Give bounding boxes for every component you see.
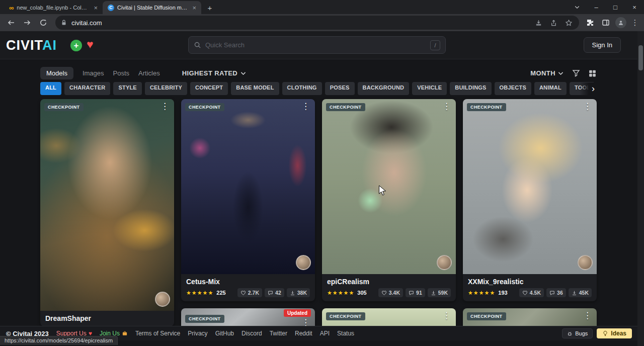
- status-url-bubble: https://civitai.com/models/25694/epicrea…: [0, 336, 118, 345]
- sort-label: HIGHEST RATED: [182, 69, 237, 77]
- category-chip-clothing[interactable]: CLOTHING: [282, 82, 322, 95]
- footer-link-terms[interactable]: Terms of Service: [135, 330, 180, 337]
- heart-icon: [240, 290, 246, 296]
- heart-icon: [522, 290, 528, 296]
- footer-link-github[interactable]: GitHub: [215, 330, 234, 337]
- category-chip-background[interactable]: BACKGROUND: [358, 82, 410, 95]
- rating-count: 225: [216, 290, 225, 296]
- browser-menu-icon[interactable]: ⋮: [630, 18, 640, 27]
- creator-avatar[interactable]: [578, 255, 593, 270]
- creator-avatar[interactable]: [155, 292, 170, 307]
- footer-link-twitter[interactable]: Twitter: [270, 330, 287, 337]
- scrollbar-thumb[interactable]: [638, 45, 643, 70]
- model-card-epicrealism[interactable]: CHECKPOINT ⋮ epiCRealism ★★★★★ 305 3.4K …: [322, 99, 456, 301]
- model-card-cetus-mix[interactable]: CHECKPOINT ⋮ Cetus-Mix ★★★★★ 225 2.7K 42…: [181, 99, 315, 301]
- model-card-dreamshaper[interactable]: CHECKPOINT ⋮ DreamShaper: [40, 99, 174, 326]
- maximize-button[interactable]: □: [606, 0, 625, 14]
- minimize-button[interactable]: –: [587, 0, 606, 14]
- card-menu-icon[interactable]: ⋮: [158, 100, 171, 113]
- category-chip-character[interactable]: CHARACTER: [64, 82, 110, 95]
- favorites-heart-icon[interactable]: ♥: [87, 38, 94, 51]
- card-stats: ★★★★★ 305 3.4K 91 59K: [327, 288, 451, 297]
- bugs-button[interactable]: Bugs: [562, 328, 593, 338]
- back-button[interactable]: [4, 16, 18, 30]
- install-app-icon[interactable]: [533, 17, 544, 28]
- model-cards-grid: CHECKPOINT ⋮ DreamShaper CHECKPOINT ⋮ Ce…: [40, 99, 597, 346]
- tab-colab[interactable]: ∞ new_colab_file.ipynb - Colaborat ×: [4, 1, 103, 14]
- civitai-logo[interactable]: CIVITAI: [6, 38, 57, 53]
- tab-civitai[interactable]: C Civitai | Stable Diffusion models, ×: [103, 1, 201, 14]
- footer-link-api[interactable]: API: [320, 330, 330, 337]
- category-chip-base-model[interactable]: BASE MODEL: [231, 82, 279, 95]
- browser-profile-avatar[interactable]: [615, 17, 626, 28]
- category-chip-poses[interactable]: POSES: [325, 82, 355, 95]
- card-stats: ★★★★★ 193 4.5K 36 45K: [468, 288, 592, 297]
- downloads-count: 45K: [579, 290, 589, 296]
- model-preview-image: CHECKPOINT ⋮: [322, 99, 456, 274]
- search-input[interactable]: [205, 41, 426, 49]
- side-panel-icon[interactable]: [600, 17, 612, 29]
- comment-icon: [549, 290, 555, 296]
- tab-articles[interactable]: Articles: [138, 69, 160, 77]
- footer-link-reddit[interactable]: Reddit: [295, 330, 312, 337]
- tab-models[interactable]: Models: [40, 67, 73, 79]
- tab-posts[interactable]: Posts: [113, 69, 130, 77]
- logo-text-ai: AI: [42, 38, 57, 53]
- colab-icon: ∞: [9, 5, 14, 11]
- model-card-xxmix[interactable]: CHECKPOINT ⋮ XXMix_9realistic ★★★★★ 193 …: [463, 99, 597, 301]
- sort-dropdown[interactable]: HIGHEST RATED: [182, 69, 247, 77]
- category-chip-vehicle[interactable]: VEHICLE: [412, 82, 447, 95]
- address-bar[interactable]: civitai.com: [55, 16, 579, 30]
- period-dropdown[interactable]: MONTH: [530, 69, 564, 77]
- filter-icon[interactable]: [572, 69, 580, 77]
- share-icon[interactable]: [548, 17, 559, 28]
- creator-avatar[interactable]: [437, 255, 452, 270]
- ideas-button[interactable]: Ideas: [597, 328, 632, 338]
- category-chip-animal[interactable]: ANIMAL: [534, 82, 567, 95]
- footer-right: Bugs Ideas: [562, 328, 632, 338]
- card-menu-icon[interactable]: ⋮: [299, 100, 312, 113]
- bugs-label: Bugs: [575, 330, 588, 336]
- sign-in-button[interactable]: Sign In: [584, 37, 621, 53]
- category-chip-objects[interactable]: OBJECTS: [495, 82, 531, 95]
- bookmark-star-icon[interactable]: [563, 17, 574, 28]
- layout-toggle-icon[interactable]: [588, 69, 597, 77]
- page-scrollbar[interactable]: [637, 31, 644, 346]
- card-meta: DreamShaper: [40, 311, 174, 326]
- content-nav-row: Models Images Posts Articles HIGHEST RAT…: [40, 65, 597, 80]
- close-window-button[interactable]: ×: [625, 0, 644, 14]
- close-tab-icon[interactable]: ×: [93, 4, 99, 12]
- forward-button[interactable]: [20, 16, 34, 30]
- reload-button[interactable]: [36, 16, 50, 30]
- search-bar[interactable]: /: [188, 36, 446, 54]
- model-type-badge: CHECKPOINT: [326, 312, 365, 320]
- card-menu-icon[interactable]: ⋮: [581, 100, 594, 113]
- card-menu-icon[interactable]: ⋮: [440, 309, 453, 322]
- category-chip-style[interactable]: STYLE: [113, 82, 141, 95]
- window-menu-icon[interactable]: [568, 0, 587, 14]
- card-meta: XXMix_9realistic ★★★★★ 193 4.5K 36 45K: [463, 274, 597, 301]
- category-chip-celebrity[interactable]: CELEBRITY: [145, 82, 187, 95]
- chips-scroll-right-button[interactable]: ›: [580, 82, 597, 95]
- close-tab-icon[interactable]: ×: [191, 4, 197, 12]
- rating-count: 193: [498, 290, 507, 296]
- creator-avatar[interactable]: [296, 255, 311, 270]
- extensions-icon[interactable]: [584, 17, 596, 29]
- tab-images[interactable]: Images: [83, 69, 104, 77]
- comment-icon: [409, 290, 414, 296]
- browser-tab-strip: ∞ new_colab_file.ipynb - Colaborat × C C…: [0, 0, 644, 14]
- downloads-stat: 45K: [569, 288, 592, 297]
- footer-link-discord[interactable]: Discord: [242, 330, 262, 337]
- category-chip-buildings[interactable]: BUILDINGS: [450, 82, 491, 95]
- card-menu-icon[interactable]: ⋮: [440, 100, 453, 113]
- footer-link-privacy[interactable]: Privacy: [188, 330, 207, 337]
- briefcase-icon: [122, 330, 128, 336]
- new-tab-button[interactable]: +: [203, 1, 216, 14]
- likes-stat: 2.7K: [237, 288, 262, 297]
- category-chip-all[interactable]: ALL: [40, 82, 61, 95]
- footer-link-status[interactable]: Status: [337, 330, 354, 337]
- card-menu-icon[interactable]: ⋮: [581, 309, 594, 322]
- category-chip-concept[interactable]: CONCEPT: [190, 82, 228, 95]
- download-icon: [290, 290, 295, 296]
- create-button[interactable]: +: [70, 40, 82, 51]
